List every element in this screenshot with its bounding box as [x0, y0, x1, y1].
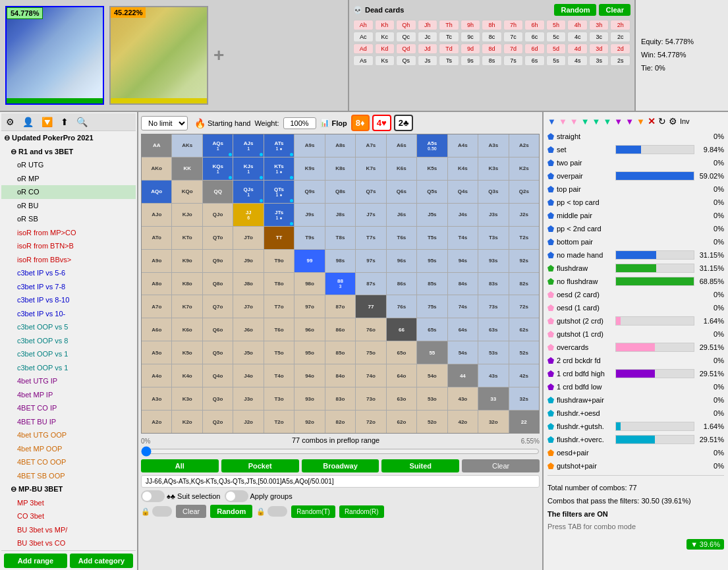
hand-cell-K9s[interactable]: K9s	[294, 157, 324, 180]
stats-row-23[interactable]: flushdr.+overc. 29.51%	[547, 434, 724, 445]
hand-cell-93o[interactable]: 93o	[294, 387, 324, 410]
stats-row-13[interactable]: oesd (1 card) 0%	[547, 302, 724, 314]
hand-cell-T7s[interactable]: T7s	[356, 227, 385, 249]
hand-cell-K2s[interactable]: K2s	[509, 157, 539, 180]
dead-card-6h[interactable]: 6h	[524, 20, 545, 30]
hand-cell-54s[interactable]: 54s	[448, 341, 478, 364]
hand-cell-A4o[interactable]: A4o	[142, 364, 171, 387]
dead-card-7c[interactable]: 7c	[503, 32, 524, 42]
lock1-toggle[interactable]	[152, 506, 172, 517]
dead-card-6s[interactable]: 6s	[524, 55, 545, 66]
hand-cell-75o[interactable]: 75o	[356, 341, 385, 364]
hand-cell-KTo[interactable]: KTo	[172, 227, 202, 249]
stats-row-21[interactable]: flushdr.+oesd 0%	[547, 407, 724, 419]
dead-card-5c[interactable]: 5c	[546, 32, 567, 42]
sidebar-item-27[interactable]: MP 3bet	[1, 496, 136, 510]
sidebar-item-9[interactable]: isoR from BBvs>	[1, 253, 136, 267]
stats-row-8[interactable]: bottom pair 0%	[547, 236, 724, 248]
stats-row-25[interactable]: gutshot+pair 0%	[547, 460, 724, 472]
dead-card-7s[interactable]: 7s	[503, 55, 524, 66]
hand-cell-J6s[interactable]: J6s	[387, 204, 416, 226]
hand-cell-92o[interactable]: 92o	[294, 411, 324, 433]
dead-card-6c[interactable]: 6c	[524, 32, 545, 42]
hand-cell-Q9o[interactable]: Q9o	[203, 250, 233, 272]
hand-cell-K6s[interactable]: K6s	[387, 157, 416, 180]
hand-cell-66[interactable]: 66	[387, 318, 416, 341]
hand-cell-64o[interactable]: 64o	[387, 364, 416, 387]
dead-card-8h[interactable]: 8h	[482, 20, 502, 30]
sidebar-item-1[interactable]: ⊖ R1 and vs 3BET	[1, 145, 136, 159]
hand-cell-Q7o[interactable]: Q7o	[203, 295, 233, 318]
hand-cell-65o[interactable]: 65o	[387, 341, 416, 364]
hand-cell-Q4s[interactable]: Q4s	[448, 181, 478, 203]
sidebar-item-11[interactable]: c3bet IP vs 7-8	[1, 280, 136, 294]
stats-row-0[interactable]: straight 0%	[547, 130, 724, 142]
sidebar-item-20[interactable]: 4BET CO IP	[1, 401, 136, 415]
hand-cell-Q6o[interactable]: Q6o	[203, 318, 233, 341]
hand-cell-63o[interactable]: 63o	[387, 387, 416, 410]
dead-card-3h[interactable]: 3h	[589, 20, 609, 30]
hand-cell-A2o[interactable]: A2o	[142, 411, 171, 433]
random-t-button[interactable]: Random(T)	[291, 505, 335, 518]
dead-card-Tc[interactable]: Tc	[439, 32, 459, 42]
dead-card-9c[interactable]: 9c	[461, 32, 481, 42]
hand-cell-75s[interactable]: 75s	[417, 295, 447, 318]
sidebar-item-4[interactable]: oR CO	[1, 185, 136, 199]
hand-cell-T6o[interactable]: T6o	[264, 318, 294, 341]
hand-cell-T8o[interactable]: T8o	[264, 273, 294, 295]
dead-card-Ah[interactable]: Ah	[353, 20, 374, 30]
hand-cell-53s[interactable]: 53s	[478, 341, 508, 364]
dead-card-Th[interactable]: Th	[439, 20, 459, 30]
sidebar-item-10[interactable]: c3bet IP vs 5-6	[1, 266, 136, 280]
filter-icon-3[interactable]: ▼	[570, 117, 578, 127]
hand-cell-K7o[interactable]: K7o	[172, 295, 202, 318]
hand-cell-65s[interactable]: 65s	[417, 318, 447, 341]
hand-cell-99[interactable]: 99	[294, 250, 324, 272]
hand-cell-T2o[interactable]: T2o	[264, 411, 294, 433]
hand-cell-84o[interactable]: 84o	[325, 364, 355, 387]
hand-cell-76s[interactable]: 76s	[387, 295, 416, 318]
filter-icon-4[interactable]: ▼	[581, 117, 590, 127]
dead-card-9h[interactable]: 9h	[461, 20, 481, 30]
dead-card-7d[interactable]: 7d	[503, 43, 524, 54]
hand-cell-62s[interactable]: 62s	[509, 318, 539, 341]
hand-cell-QJs[interactable]: QJs1	[233, 181, 263, 203]
range-text-input[interactable]	[141, 475, 540, 488]
hand-cell-K8o[interactable]: K8o	[172, 273, 202, 295]
hand-cell-J9o[interactable]: J9o	[233, 250, 263, 272]
sidebar-item-7[interactable]: isoR from MP>CO	[1, 226, 136, 240]
hand-cell-84s[interactable]: 84s	[448, 273, 478, 295]
hand-cell-K8s[interactable]: K8s	[325, 157, 355, 180]
hand-cell-A4s[interactable]: A4s	[448, 134, 478, 157]
hand-cell-93s[interactable]: 93s	[478, 250, 508, 272]
stats-row-12[interactable]: oesd (2 card) 0%	[547, 289, 724, 300]
hand-cell-KQo[interactable]: KQo	[172, 181, 202, 203]
upload-icon[interactable]: ⬆	[58, 115, 71, 128]
hand-cell-32s[interactable]: 32s	[509, 387, 539, 410]
hand-cell-A9s[interactable]: A9s	[294, 134, 324, 157]
stats-row-11[interactable]: no flushdraw 68.85%	[547, 275, 724, 287]
hand-cell-AQs[interactable]: AQs1	[203, 134, 233, 157]
flop-card-2[interactable]: 4♥	[372, 115, 391, 131]
dead-card-4c[interactable]: 4c	[567, 32, 588, 42]
hand-cell-T3s[interactable]: T3s	[478, 227, 508, 249]
hand-cell-KQs[interactable]: KQs1	[203, 157, 233, 180]
hand-cell-T7o[interactable]: T7o	[264, 295, 294, 318]
hand-cell-J4o[interactable]: J4o	[233, 364, 263, 387]
hand-cell-A5s[interactable]: A5s0.50	[417, 134, 447, 157]
hand-cell-K4o[interactable]: K4o	[172, 364, 202, 387]
sidebar-item-6[interactable]: oR SB	[1, 212, 136, 226]
hand-cell-J5o[interactable]: J5o	[233, 341, 263, 364]
clear-matrix-button[interactable]: Clear	[462, 459, 540, 472]
sidebar-item-2[interactable]: oR UTG	[1, 158, 136, 172]
dead-card-5h[interactable]: 5h	[546, 20, 567, 30]
dead-card-Jc[interactable]: Jc	[418, 32, 438, 42]
sidebar-item-19[interactable]: 4bet MP IP	[1, 388, 136, 402]
dead-card-Ad[interactable]: Ad	[353, 43, 374, 54]
suit-toggle[interactable]	[141, 490, 165, 502]
hand-cell-22[interactable]: 22	[509, 411, 539, 433]
refresh-icon[interactable]: ↻	[658, 116, 666, 127]
dead-card-Qh[interactable]: Qh	[396, 20, 416, 30]
search-icon[interactable]: 🔍	[74, 115, 90, 128]
dead-card-6d[interactable]: 6d	[524, 43, 545, 54]
